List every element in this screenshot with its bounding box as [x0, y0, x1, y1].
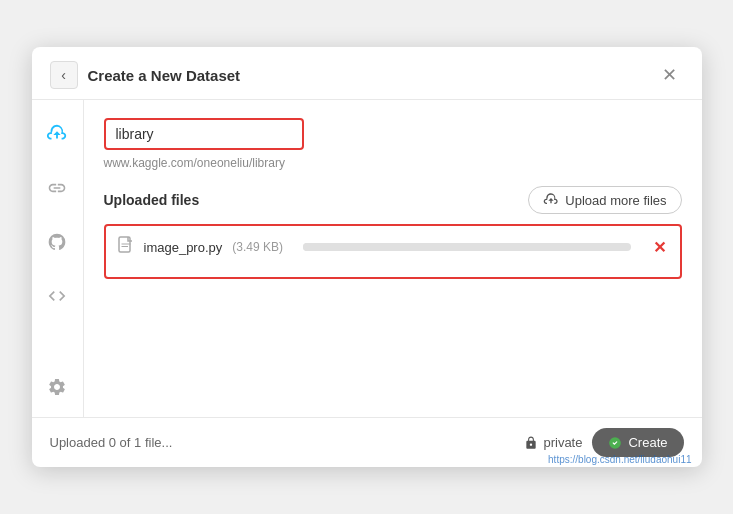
upload-status: Uploaded 0 of 1 file... [50, 435, 173, 450]
file-name: image_pro.py [144, 240, 223, 255]
sidebar-settings-icon[interactable] [41, 371, 73, 403]
file-progress-bar-container [303, 243, 631, 251]
back-button[interactable]: ‹ [50, 61, 78, 89]
private-label: private [543, 435, 582, 450]
footer-right: private Create [524, 428, 683, 457]
create-dataset-dialog: ‹ Create a New Dataset ✕ [32, 47, 702, 467]
files-list: image_pro.py (3.49 KB) ✕ [104, 224, 682, 279]
upload-more-button[interactable]: Upload more files [528, 186, 681, 214]
files-section-header: Uploaded files Upload more files [104, 186, 682, 214]
dialog-body: www.kaggle.com/oneoneliu/library Uploade… [32, 100, 702, 417]
watermark: https://blog.csdn.net/liudaohui11 [548, 454, 691, 465]
dialog-title: Create a New Dataset [88, 67, 241, 84]
header-left: ‹ Create a New Dataset [50, 61, 241, 89]
files-label: Uploaded files [104, 192, 200, 208]
sidebar-cloud-upload-icon[interactable] [41, 118, 73, 150]
upload-more-label: Upload more files [565, 193, 666, 208]
file-doc-icon [118, 236, 134, 258]
create-button[interactable]: Create [592, 428, 683, 457]
close-button[interactable]: ✕ [656, 61, 684, 89]
sidebar [32, 100, 84, 417]
name-input-row [104, 118, 682, 150]
upload-icon [543, 192, 559, 208]
dialog-header: ‹ Create a New Dataset ✕ [32, 47, 702, 100]
url-hint: www.kaggle.com/oneoneliu/library [104, 156, 682, 170]
dataset-name-input[interactable] [104, 118, 304, 150]
sidebar-link-icon[interactable] [41, 172, 73, 204]
file-row: image_pro.py (3.49 KB) ✕ [106, 226, 680, 268]
sidebar-github-icon[interactable] [41, 226, 73, 258]
sidebar-code-icon[interactable] [41, 280, 73, 312]
lock-icon [524, 436, 538, 450]
create-label: Create [628, 435, 667, 450]
create-check-icon [608, 436, 622, 450]
main-content: www.kaggle.com/oneoneliu/library Uploade… [84, 100, 702, 417]
file-delete-button[interactable]: ✕ [651, 238, 668, 257]
file-progress-bar [303, 243, 565, 251]
file-size: (3.49 KB) [232, 240, 283, 254]
private-badge: private [524, 435, 582, 450]
